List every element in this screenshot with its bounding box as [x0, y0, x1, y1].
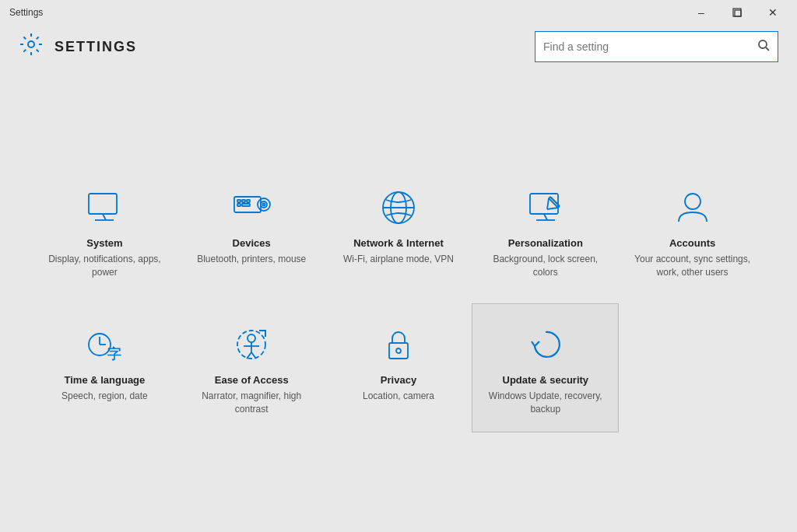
settings-item-personalization[interactable]: Personalization Background, lock screen,… [472, 166, 619, 296]
settings-gear-icon [19, 32, 44, 62]
update-icon [525, 323, 566, 366]
time-name: Time & language [65, 374, 146, 386]
ease-icon [231, 323, 272, 366]
privacy-desc: Location, camera [363, 390, 434, 403]
svg-rect-11 [247, 200, 250, 202]
svg-rect-13 [242, 204, 250, 206]
svg-point-16 [263, 204, 265, 206]
app-title: SETTINGS [54, 39, 137, 55]
svg-line-7 [103, 214, 106, 220]
settings-row-2: 字 Time & language Speech, region, date [31, 303, 766, 432]
network-name: Network & Internet [353, 237, 444, 249]
time-desc: Speech, region, date [61, 390, 148, 403]
app-header: SETTINGS [0, 25, 797, 75]
main-content: System Display, notifications, apps, pow… [0, 75, 797, 532]
svg-point-2 [28, 41, 34, 47]
accounts-name: Accounts [669, 237, 715, 249]
svg-point-14 [258, 198, 270, 211]
settings-row-1: System Display, notifications, apps, pow… [31, 166, 766, 296]
ease-desc: Narrator, magnifier, high contrast [187, 390, 317, 416]
personalization-name: Personalization [508, 237, 583, 249]
ease-name: Ease of Access [215, 374, 289, 386]
svg-line-27 [547, 198, 549, 209]
svg-point-3 [759, 40, 767, 48]
network-icon [378, 186, 419, 229]
window-title: Settings [9, 7, 43, 18]
svg-line-39 [251, 352, 256, 359]
app-title-area: SETTINGS [19, 32, 137, 62]
system-icon [84, 186, 125, 229]
svg-line-38 [247, 352, 251, 359]
settings-item-empty [619, 303, 766, 432]
svg-rect-5 [89, 194, 117, 214]
svg-point-41 [396, 348, 401, 353]
svg-rect-8 [234, 197, 261, 212]
maximize-button[interactable] [719, 0, 755, 25]
time-icon: 字 [84, 323, 125, 366]
search-box[interactable] [535, 31, 778, 62]
privacy-icon [378, 323, 419, 366]
svg-rect-1 [735, 10, 741, 16]
svg-rect-40 [389, 343, 408, 359]
search-icon-button[interactable] [757, 39, 770, 54]
svg-line-24 [549, 197, 550, 198]
search-input[interactable] [543, 40, 757, 53]
devices-icon [231, 186, 272, 229]
privacy-name: Privacy [381, 374, 416, 386]
svg-line-4 [766, 47, 769, 51]
personalization-desc: Background, lock screen, colors [480, 253, 610, 279]
svg-rect-12 [237, 204, 241, 206]
personalization-icon [525, 186, 566, 229]
accounts-desc: Your account, sync settings, work, other… [627, 253, 757, 279]
system-desc: Display, notifications, apps, power [40, 253, 170, 279]
svg-rect-10 [242, 200, 245, 202]
settings-item-ease[interactable]: Ease of Access Narrator, magnifier, high… [178, 303, 325, 432]
svg-point-29 [685, 194, 700, 209]
settings-item-time[interactable]: 字 Time & language Speech, region, date [31, 303, 178, 432]
network-desc: Wi-Fi, airplane mode, VPN [343, 253, 454, 266]
system-name: System [86, 237, 122, 249]
devices-desc: Bluetooth, printers, mouse [197, 253, 306, 266]
svg-line-28 [547, 208, 558, 209]
settings-item-system[interactable]: System Display, notifications, apps, pow… [31, 166, 178, 296]
svg-rect-9 [237, 200, 241, 202]
svg-text:字: 字 [107, 346, 121, 362]
update-desc: Windows Update, recovery, backup [480, 390, 610, 416]
accounts-icon [672, 186, 713, 229]
update-name: Update & security [503, 374, 589, 386]
settings-item-privacy[interactable]: Privacy Location, camera [325, 303, 472, 432]
window-controls: – ✕ [683, 0, 791, 25]
settings-item-network[interactable]: Network & Internet Wi-Fi, airplane mode,… [325, 166, 472, 296]
svg-line-22 [544, 214, 547, 220]
close-button[interactable]: ✕ [755, 0, 791, 25]
settings-item-update[interactable]: Update & security Windows Update, recove… [472, 303, 619, 432]
settings-item-devices[interactable]: Devices Bluetooth, printers, mouse [178, 166, 325, 296]
title-bar: Settings – ✕ [0, 0, 797, 25]
svg-point-35 [248, 334, 255, 342]
devices-name: Devices [233, 237, 271, 249]
minimize-button[interactable]: – [683, 0, 719, 25]
svg-point-15 [261, 201, 267, 208]
settings-item-accounts[interactable]: Accounts Your account, sync settings, wo… [619, 166, 766, 296]
